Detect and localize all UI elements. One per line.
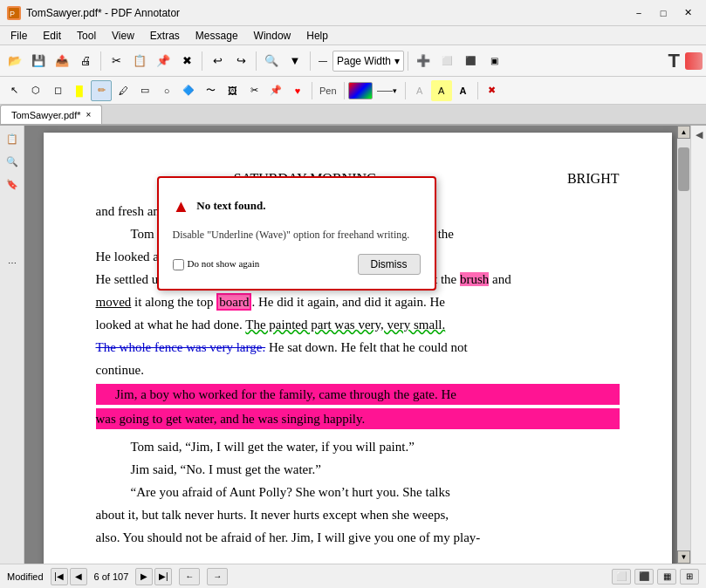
no-text-found-dialog: ▲ No text found. Disable "Underline (Wav… [157,176,436,291]
menu-view[interactable]: View [105,26,141,44]
dialog-footer: Do not show again Dismiss [173,254,421,275]
strikethrough-text: The whole fence was very large. [96,340,266,354]
highlight-block-2: was going to get water, and he was singi… [96,408,620,429]
more-button[interactable]: ▼ [284,50,306,72]
last-page-button[interactable]: ▶| [154,568,172,585]
panel-search-button[interactable]: 🔍 [3,152,22,171]
view-fit2-button[interactable]: ⬛ [634,569,654,585]
dont-show-checkbox[interactable] [173,259,184,270]
left-panel: 📋 🔍 🔖 ⋯ [0,126,24,564]
cut-button[interactable]: ✂ [105,50,127,72]
vertical-scrollbar[interactable]: ▲ ▼ [677,126,690,564]
add-page-button[interactable]: ➕ [412,50,435,72]
view-mode-button[interactable]: ▣ [483,50,505,72]
redo-button[interactable]: ↪ [230,50,252,72]
dont-show-label[interactable]: Do not show again [173,256,260,272]
text-line-11: “Are you afraid of Aunt Polly? She won’t… [96,482,620,503]
menu-help[interactable]: Help [299,26,335,44]
open-button[interactable]: 📂 [3,50,26,72]
eraser-tool-button[interactable]: ◻ [47,80,68,101]
image-tool-button[interactable]: 🖼 [222,80,243,101]
right-panel-toggle[interactable]: ◀ [696,129,703,140]
panel-annotations-button[interactable]: 📋 [3,129,22,148]
modified-status: Modified [7,571,44,582]
text-highlight-button[interactable]: A [431,80,452,101]
pencil-tool-button[interactable]: 🖊 [113,80,134,101]
highlight-tool-button[interactable]: █ [69,80,90,101]
maximize-button[interactable]: □ [652,5,675,21]
text-bold-button[interactable]: A [453,80,474,101]
page-info: 6 of 107 [89,571,134,582]
freehand-tool-button[interactable]: 〜 [200,80,221,101]
view-fit3-button[interactable]: ▦ [657,569,676,585]
close-button[interactable]: ✕ [676,5,699,21]
text-line-8: continue. [96,359,620,380]
scroll-down-button[interactable]: ▼ [677,550,690,564]
pen-tool-button[interactable]: ✏ [91,80,112,101]
next-page-button[interactable]: ▶ [135,568,153,585]
main-area: 📋 🔍 🔖 ⋯ SATURDAY MORNING BRIGHT and fres… [0,126,706,564]
wave-indicator [685,52,703,70]
panel-bookmarks-button[interactable]: 🔖 [3,174,22,194]
menu-tool[interactable]: Tool [70,26,103,44]
delete-annotation-button[interactable]: ✖ [482,80,503,101]
warning-icon: ▲ [173,192,190,220]
pin-tool-button[interactable]: 📌 [265,80,286,101]
view-fit1-button[interactable]: ⬜ [612,569,631,585]
select-tool-button[interactable]: ↖ [3,80,24,101]
tab-close-button[interactable]: × [86,110,91,120]
text-line-10: Jim said, “No. I must get the water.” [96,459,620,480]
color-picker-button[interactable] [348,82,373,99]
find-button[interactable]: 🔍 [260,50,283,72]
zoom-out-button[interactable]: — [314,50,332,72]
minimize-button[interactable]: − [627,5,650,21]
bright-word: BRIGHT [567,168,620,190]
text-normal-button[interactable]: A [409,80,430,101]
text-line-9: Tom said, “Jim, I will get the water, if… [96,436,620,457]
undo-status-button[interactable]: ← [179,568,200,585]
print-button[interactable]: 🖨 [74,50,97,72]
polyline-tool-button[interactable]: 🔷 [178,80,199,101]
tab-bar: TomSawyer.pdf* × [0,105,706,126]
prev-page-button[interactable]: ◀ [70,568,87,585]
brush-word-2: brush [460,272,489,286]
fit-page-button[interactable]: ⬜ [435,50,458,72]
redo-status-button[interactable]: → [207,568,228,585]
first-page-button[interactable]: |◀ [51,568,68,585]
pen-label: Pen [316,85,340,96]
text-line-7: The whole fence was very large. He sat d… [96,337,620,358]
line-style-button[interactable]: ——▾ [374,80,401,101]
fit-width-button[interactable]: ⬛ [459,50,482,72]
copy-button[interactable]: 📋 [128,50,151,72]
menu-file[interactable]: File [3,26,34,44]
crop-tool-button[interactable]: ✂ [243,80,264,101]
panel-extra-button[interactable]: ⋯ [3,253,22,272]
view-fit4-button[interactable]: ⊞ [680,569,699,585]
save-button[interactable]: 💾 [27,50,50,72]
menu-message[interactable]: Message [188,26,245,44]
heart-tool-button[interactable]: ♥ [287,80,308,101]
pdf-view-area[interactable]: SATURDAY MORNING BRIGHT and fresh and fu… [24,126,690,564]
svg-text:P: P [10,10,15,18]
paste-button[interactable]: 📌 [152,50,175,72]
delete-button[interactable]: ✖ [175,50,198,72]
rect-tool-button[interactable]: ▭ [134,80,155,101]
ellipse-tool-button[interactable]: ○ [156,80,177,101]
dismiss-button[interactable]: Dismiss [358,254,421,275]
scroll-thumb[interactable] [678,147,689,191]
tab-label: TomSawyer.pdf* [11,110,80,120]
menu-edit[interactable]: Edit [36,26,68,44]
menu-window[interactable]: Window [247,26,298,44]
text-tool-large-icon[interactable]: T [668,50,680,72]
zoom-dropdown[interactable]: Page Width ▾ [332,51,404,72]
status-bar: Modified |◀ ◀ 6 of 107 ▶ ▶| ← → ⬜ ⬛ ▦ ⊞ [0,564,706,588]
lasso-tool-button[interactable]: ⬡ [25,80,46,101]
document-tab[interactable]: TomSawyer.pdf* × [0,105,102,124]
export-button[interactable]: 📤 [51,50,73,72]
scroll-up-button[interactable]: ▲ [677,126,690,139]
text-line-5: moved it along the top board. He did it … [96,291,620,312]
main-toolbar: 📂 💾 📤 🖨 ✂ 📋 📌 ✖ ↩ ↪ 🔍 ▼ — Page Width ▾ ➕… [0,45,706,77]
highlight-block-1: Jim, a boy who worked for the family, ca… [96,384,620,405]
undo-button[interactable]: ↩ [206,50,229,72]
menu-extras[interactable]: Extras [143,26,187,44]
